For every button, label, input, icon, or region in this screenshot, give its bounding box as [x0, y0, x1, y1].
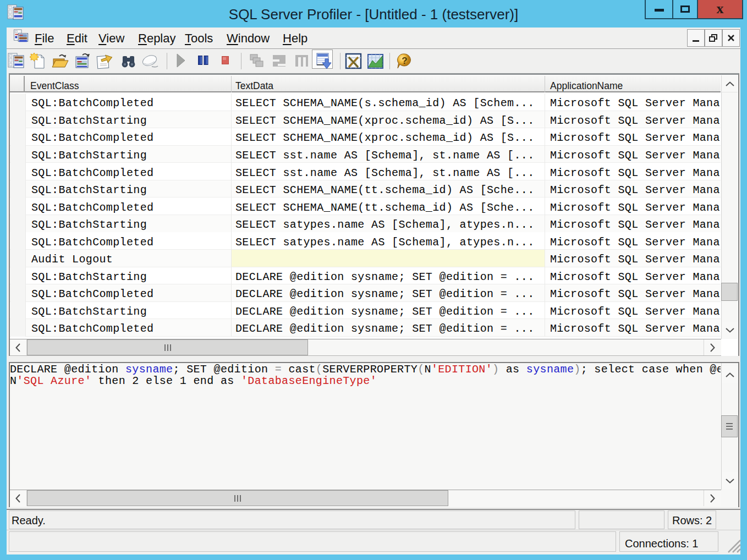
- svg-text:?: ?: [402, 56, 407, 66]
